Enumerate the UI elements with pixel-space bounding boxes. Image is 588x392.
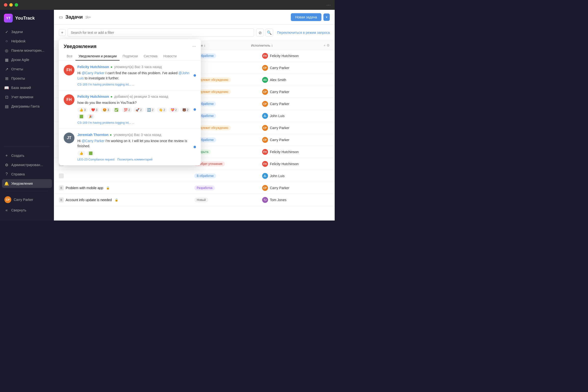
assignee-cell: FH Felicity Hutchinson	[262, 149, 330, 155]
sidebar-item-collapse[interactable]: « Свернуть	[2, 206, 52, 214]
new-task-button[interactable]: Новая задача	[291, 13, 322, 21]
page-title: Задачи	[66, 14, 83, 20]
close-button[interactable]	[4, 3, 7, 6]
sidebar-item-label: Уведомления	[11, 182, 33, 186]
sidebar-item-help[interactable]: ? Справка	[2, 170, 52, 178]
sidebar-item-projects[interactable]: ⊞ Проекты	[2, 74, 52, 83]
ref-code[interactable]: LEG-23	[78, 158, 88, 161]
lock-icon: 🔒	[106, 186, 110, 190]
notification-text: Hi @Carry Parker I'm working on it. I wi…	[78, 138, 196, 149]
notification-body: Felicity Hutchinson упомянул(а) Вас 3 ча…	[78, 65, 196, 86]
minimize-button[interactable]	[9, 3, 13, 6]
reaction-item: 🆗 2	[145, 107, 155, 112]
table-row[interactable]: В обработке JL John Luis	[54, 170, 335, 182]
task-type-icon	[59, 174, 64, 178]
ref-code[interactable]: CS-169	[78, 121, 88, 124]
filter-icon[interactable]: ⊘	[256, 29, 264, 36]
table-row[interactable]: B Account info update is needed 🔒 Новый …	[54, 194, 335, 206]
sidebar-item-label: Справка	[11, 172, 25, 176]
ref-text: I'm having problems logging int...	[88, 121, 131, 124]
sidebar-item-agile[interactable]: ▦ Доски Agile	[2, 55, 52, 64]
sidebar-item-monitoring[interactable]: ◎ Панели мониторин...	[2, 46, 52, 55]
assignee-cell: CP Carry Parker	[262, 89, 330, 95]
col-assignee-header[interactable]: Исполнитель ↕	[251, 43, 315, 47]
notification-time: 3 часа назад	[141, 133, 161, 137]
reaction-item: 💝 2	[168, 107, 179, 112]
search-input[interactable]	[68, 28, 254, 37]
list-item[interactable]: JT Jeremiah Thornton упомянул(а) Вас 3 ч…	[59, 128, 201, 166]
notification-action: добавил(-а) реакции	[114, 94, 148, 98]
titlebar: ⋯	[0, 0, 335, 10]
add-filter-button[interactable]: +	[59, 29, 66, 36]
avatar: CP	[262, 65, 268, 71]
new-task-dropdown[interactable]: ▾	[324, 14, 330, 21]
header-left: ▭ Задачи 1k+	[59, 14, 91, 20]
avatar: JL	[262, 113, 268, 119]
tab-notif-reactions[interactable]: Уведомления и реакции	[76, 52, 120, 60]
reaction-item: ✅	[112, 107, 120, 112]
reaction-list: 👍 3 ❤️ 3 🤩 3 ✅ 💯 2 🚀 2 🆗 2 👋 2 💝 2 🐻 2	[78, 107, 196, 119]
notification-list: FH Felicity Hutchinson упомянул(а) Вас 3…	[59, 61, 201, 166]
list-item[interactable]: FH Felicity Hutchinson упомянул(а) Вас 3…	[59, 61, 201, 90]
tab-all[interactable]: Все	[64, 52, 76, 60]
avatar: CP	[4, 196, 11, 203]
online-dot	[111, 66, 112, 68]
mention: @Carry Parker	[82, 139, 104, 143]
sidebar-item-notifications[interactable]: 🔔 Уведомления	[2, 179, 52, 188]
assignee-cell: CP Carry Parker	[262, 137, 330, 143]
sidebar-item-reports[interactable]: ↗ Отчеты	[2, 65, 52, 74]
assignee-name: Alex Smith	[270, 78, 286, 82]
knowledge-icon: 📖	[4, 86, 9, 90]
reaction-item: 🐻 2	[180, 107, 190, 112]
plus-icon: +	[4, 153, 9, 158]
avatar: TJ	[262, 197, 268, 203]
user-profile[interactable]: CP Carry Parker	[2, 194, 52, 205]
table-row[interactable]: B Problem with mobile app 🔒 Разработка C…	[54, 182, 335, 194]
maximize-button[interactable]	[15, 3, 18, 6]
helpdesk-icon: ○	[4, 39, 9, 43]
sidebar-item-gantt[interactable]: ▤ Диаграммы Ганта	[2, 102, 52, 111]
reaction-item: ❤️ 3	[89, 107, 100, 112]
assignee-name: Carry Parker	[270, 90, 289, 94]
status-cell: Подлежит обсуждению	[194, 126, 262, 130]
search-icon[interactable]: 🔍	[265, 29, 273, 36]
sidebar-nav: ✓ Задачи ○ Helpdesk ◎ Панели мониторин..…	[0, 28, 54, 144]
notification-author: Felicity Hutchinson	[78, 94, 109, 98]
list-item[interactable]: FH Felicity Hutchinson добавил(-а) реакц…	[59, 90, 201, 128]
tab-news[interactable]: Новости	[160, 52, 180, 60]
assignee-cell: CP Carry Parker	[262, 101, 330, 107]
status-cell: Разработка	[194, 186, 262, 190]
assignee-name: Carry Parker	[270, 66, 289, 70]
sidebar-item-time[interactable]: ⊡ Учет времени	[2, 92, 52, 102]
assignee-name: Carry Parker	[270, 138, 289, 142]
tab-subscriptions[interactable]: Подписки	[120, 52, 141, 60]
sidebar-item-tasks[interactable]: ✓ Задачи	[2, 28, 52, 36]
search-icons: ⊘ 🔍	[256, 29, 273, 36]
sidebar-item-create[interactable]: + Создать	[2, 151, 52, 160]
sidebar-item-knowledge[interactable]: 📖 База знаний	[2, 83, 52, 92]
query-toggle[interactable]: Переключиться в режим запроса	[275, 30, 330, 34]
assignee-name: Carry Parker	[270, 126, 289, 130]
tab-system[interactable]: Система	[141, 52, 160, 60]
sidebar-item-helpdesk[interactable]: ○ Helpdesk	[2, 37, 52, 46]
notification-menu-icon[interactable]: ···	[192, 44, 196, 49]
main-header: ▭ Задачи 1k+ Новая задача ▾	[54, 10, 335, 24]
status-badge: В обработке	[194, 174, 216, 178]
notification-body: Felicity Hutchinson добавил(-а) реакции …	[78, 94, 196, 124]
notification-header: Уведомления ···	[59, 39, 201, 49]
avatar: CP	[262, 125, 268, 131]
ref-code[interactable]: CS-169	[78, 83, 88, 86]
notification-ref: CS-169 I'm having problems logging int..…	[78, 83, 196, 86]
avatar: AS	[262, 77, 268, 83]
header-right: Новая задача ▾	[291, 13, 330, 21]
sidebar-item-admin[interactable]: ⚙ Администрирован...	[2, 160, 52, 169]
help-icon: ?	[4, 172, 9, 176]
notification-tabs: Все Уведомления и реакции Подписки Систе…	[59, 49, 201, 61]
assignee-cell: CP Carry Parker	[262, 125, 330, 131]
view-comment-link[interactable]: Посмотреть комментарий	[117, 158, 152, 161]
avatar: CP	[262, 89, 268, 95]
avatar: FH	[262, 149, 268, 155]
task-type-icon: B	[59, 186, 64, 190]
reaction-item: 💯 2	[122, 107, 132, 112]
online-dot	[111, 96, 112, 98]
